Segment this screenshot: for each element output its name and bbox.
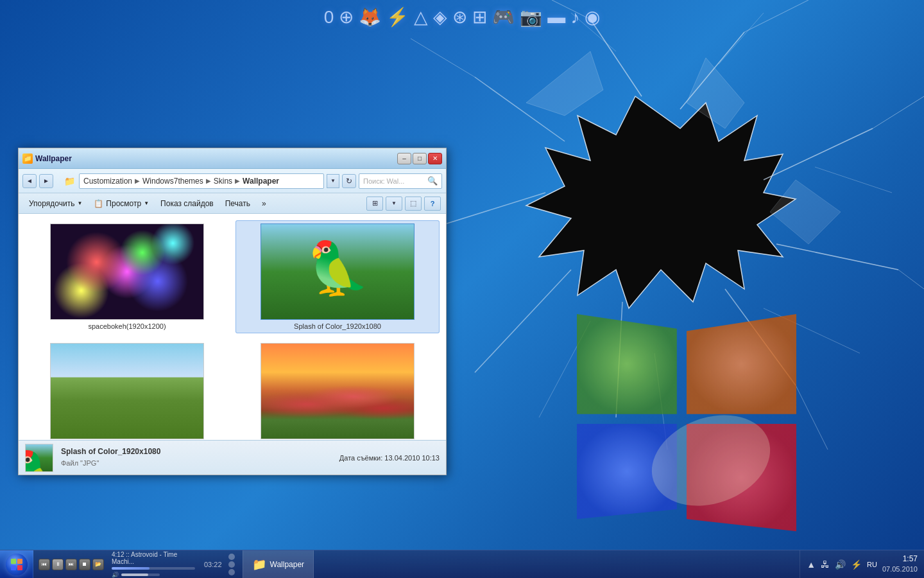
dock-icon-diamond[interactable]: ◈: [433, 6, 447, 28]
organize-dropdown-icon: ▼: [77, 200, 82, 206]
tray-arrow-icon[interactable]: ▲: [807, 559, 816, 570]
file-item-bokeh[interactable]: spacebokeh(1920x1200): [25, 220, 229, 333]
media-controls: ⏮ ⏸ ⏭ ⏹ 📂: [38, 559, 104, 570]
dock-icon-camera[interactable]: 📷: [520, 6, 542, 28]
svg-line-7: [776, 244, 898, 270]
svg-rect-26: [11, 565, 16, 570]
status-info: Splash of Color_1920x1080 Файл "JPG": [61, 446, 160, 469]
dock-icon-bar[interactable]: ▬: [547, 7, 565, 28]
svg-line-16: [411, 39, 475, 77]
search-icon[interactable]: 🔍: [427, 176, 438, 186]
folder-title-icon: 📁: [22, 153, 33, 164]
file-content[interactable]: spacebokeh(1920x1200) Splash of Color_19…: [19, 214, 446, 440]
start-button[interactable]: [0, 550, 33, 579]
media-play-button[interactable]: ⏸: [52, 559, 64, 570]
view-dropdown-icon: ▼: [144, 200, 149, 206]
svg-rect-25: [17, 559, 22, 564]
media-next-button[interactable]: ⏭: [65, 559, 77, 570]
dock-icon-flash[interactable]: ⚡: [386, 6, 409, 28]
print-label: Печать: [225, 199, 250, 208]
dock-icon-gamepad[interactable]: 🎮: [492, 6, 515, 28]
slideshow-label: Показ слайдов: [160, 199, 214, 208]
media-prev-button[interactable]: ⏮: [38, 559, 50, 570]
start-orb: [6, 554, 28, 575]
search-placeholder: Поиск: Wal...: [363, 177, 404, 185]
svg-rect-27: [17, 565, 22, 570]
sep3: ▶: [235, 177, 240, 184]
taskbar-folder-button[interactable]: 📁 Wallpaper: [243, 550, 314, 578]
volume-icon: 🔊: [112, 572, 119, 578]
organize-label: Упорядочить: [29, 199, 74, 208]
view-button[interactable]: 📋 Просмотр ▼: [89, 196, 154, 211]
file-item-parrot[interactable]: Splash of Color_1920x1080: [235, 220, 440, 333]
media-dot-2[interactable]: [228, 561, 235, 568]
tray-language[interactable]: RU: [867, 561, 877, 568]
tray-battery-icon[interactable]: ⚡: [851, 559, 862, 570]
media-volume-bar[interactable]: [121, 574, 160, 576]
help-btn[interactable]: ?: [424, 197, 441, 211]
slideshow-button[interactable]: Показ слайдов: [155, 196, 219, 211]
file-label-parrot: Splash of Color_1920x1080: [294, 322, 381, 330]
media-extra-btns: [228, 554, 235, 575]
nav-bar: ◄ ► 📁 Customization ▶ Windows7themes ▶ S…: [19, 169, 446, 193]
folder-icon-nav: 📁: [62, 174, 76, 188]
search-bar[interactable]: Поиск: Wal... 🔍: [359, 173, 442, 189]
file-thumb-summer: [50, 343, 204, 439]
close-button[interactable]: ✕: [428, 153, 442, 164]
dock-icon-0[interactable]: 0: [324, 7, 334, 28]
details-pane-btn[interactable]: ⬚: [405, 197, 422, 211]
more-button[interactable]: »: [257, 196, 271, 211]
more-label: »: [262, 199, 266, 208]
dock-icon-grid[interactable]: ⊞: [472, 6, 487, 28]
forward-button[interactable]: ►: [39, 174, 53, 188]
svg-line-4: [744, 0, 809, 32]
tray-network-icon[interactable]: 🖧: [821, 559, 830, 570]
file-item-sunflowers[interactable]: sunflowers_by_skize: [235, 340, 440, 440]
media-dot-1[interactable]: [228, 554, 235, 560]
dock-icon-firefox[interactable]: 🦊: [359, 6, 381, 28]
address-dropdown[interactable]: ▼: [327, 174, 339, 188]
breadcrumb-windows7themes[interactable]: Windows7themes: [142, 177, 203, 186]
dock-icon-circle[interactable]: ⊕: [339, 6, 354, 28]
media-track-info: 4:12 :: Astrovoid - Time Machi...: [112, 551, 195, 565]
svg-line-18: [719, 13, 764, 64]
dock-icon-triangle[interactable]: △: [414, 6, 428, 28]
minimize-button[interactable]: –: [397, 153, 411, 164]
toolbar: Упорядочить ▼ 📋 Просмотр ▼ Показ слайдов…: [19, 193, 446, 214]
refresh-button[interactable]: ↻: [342, 174, 356, 188]
organize-button[interactable]: Упорядочить ▼: [24, 196, 87, 211]
dock-icon-music[interactable]: ♪: [570, 7, 579, 28]
taskbar-folder-icon: 📁: [252, 557, 266, 572]
breadcrumb-wallpaper[interactable]: Wallpaper: [243, 177, 279, 186]
back-button[interactable]: ◄: [22, 174, 37, 188]
file-thumb-sunflowers: [261, 343, 415, 439]
view-icon-btn[interactable]: ⊞: [366, 197, 383, 211]
address-bar[interactable]: Customization ▶ Windows7themes ▶ Skins ▶…: [79, 173, 324, 189]
media-open-button[interactable]: 📂: [92, 559, 104, 570]
print-button[interactable]: Печать: [220, 196, 255, 211]
system-tray: ▲ 🖧 🔊 ⚡ RU 1:57 07.05.2010: [800, 550, 924, 578]
svg-line-13: [443, 193, 545, 225]
tray-clock[interactable]: 1:57 07.05.2010: [882, 554, 918, 574]
status-filename: Splash of Color_1920x1080: [61, 446, 160, 458]
dock-icon-disc[interactable]: ◉: [585, 6, 600, 28]
media-info-area: 4:12 :: Astrovoid - Time Machi... 🔊: [112, 551, 195, 578]
media-progress-bar[interactable]: [112, 567, 195, 570]
file-item-summer[interactable]: SummerWallpaper_1920X1200_By_Emats_Delta…: [25, 340, 229, 440]
svg-line-12: [475, 270, 571, 372]
dock-icon-steam[interactable]: ⊛: [452, 6, 467, 28]
title-buttons: – □ ✕: [397, 153, 442, 164]
file-label-bokeh: spacebokeh(1920x1200): [88, 322, 166, 330]
tray-volume-icon[interactable]: 🔊: [835, 559, 846, 570]
status-bar: Splash of Color_1920x1080 Файл "JPG" Дат…: [19, 440, 446, 475]
view-dropdown-btn[interactable]: ▼: [386, 197, 402, 211]
file-area: spacebokeh(1920x1200) Splash of Color_19…: [19, 214, 446, 440]
maximize-button[interactable]: □: [413, 153, 427, 164]
thumb-bokeh-img: [51, 224, 203, 319]
media-dot-3[interactable]: [228, 569, 235, 575]
taskbar-folder-label: Wallpaper: [270, 560, 305, 569]
svg-line-19: [815, 167, 892, 193]
breadcrumb-customization[interactable]: Customization: [83, 177, 132, 186]
media-stop-button[interactable]: ⏹: [79, 559, 90, 570]
breadcrumb-skins[interactable]: Skins: [214, 177, 232, 186]
